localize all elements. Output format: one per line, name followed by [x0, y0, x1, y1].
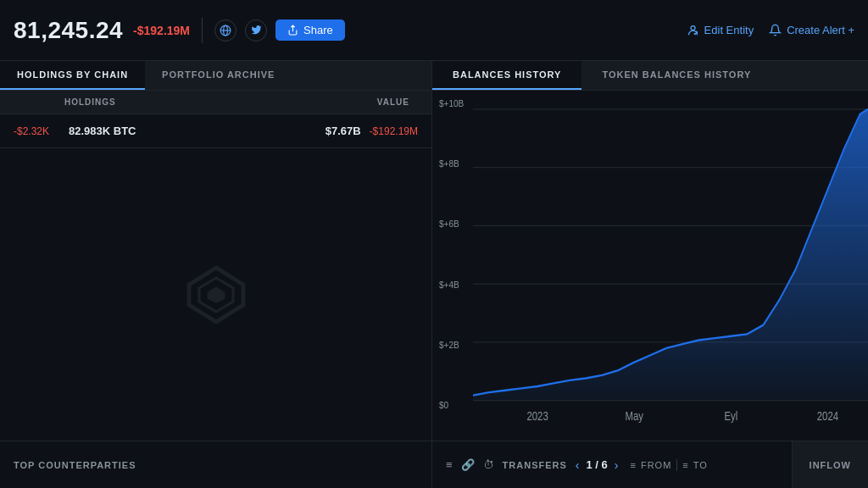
table-header: HOLDINGS VALUE: [0, 91, 431, 114]
left-tabs: HOLDINGS BY CHAIN PORTFOLIO ARCHIVE: [0, 61, 431, 91]
left-panel: HOLDINGS BY CHAIN PORTFOLIO ARCHIVE HOLD…: [0, 61, 432, 488]
y-label-4b: $+4B: [439, 280, 464, 290]
vertical-divider: [202, 18, 203, 43]
svg-text:2023: 2023: [526, 409, 548, 424]
row-value-change: -$192.19M: [370, 125, 418, 137]
inflow-label: INFLOW: [810, 460, 851, 470]
y-label-10b: $+10B: [439, 99, 464, 108]
chart-tabs: BALANCES HISTORY TOKEN BALANCES HISTORY: [432, 61, 868, 91]
y-label-0: $0: [439, 401, 464, 410]
tab-balances-history[interactable]: BALANCES HISTORY: [432, 61, 581, 90]
tab-portfolio-archive[interactable]: PORTFOLIO ARCHIVE: [145, 61, 292, 90]
edit-entity-button[interactable]: Edit Entity: [687, 24, 754, 36]
to-label: TO: [693, 460, 708, 470]
y-axis-labels: $+10B $+8B $+6B $+4B $+2B $0: [439, 99, 464, 410]
filter-icon3[interactable]: ≡: [682, 460, 687, 470]
price-value: 81,245.24: [14, 17, 123, 44]
twitter-icon[interactable]: [245, 19, 267, 42]
top-counterparties-label: TOP COUNTERPARTIES: [0, 441, 431, 488]
col-holdings-header: HOLDINGS: [64, 97, 234, 107]
row-change: -$2.32K: [14, 125, 60, 137]
nav-count: 1 / 6: [587, 458, 608, 471]
price-change: -$192.19M: [133, 24, 190, 37]
tab-token-balances-history[interactable]: TOKEN BALANCES HISTORY: [581, 61, 771, 90]
row-value: $7.67B: [326, 125, 361, 137]
filter-divider2: [676, 459, 677, 471]
share-label: Share: [303, 24, 333, 36]
top-actions: Edit Entity Create Alert +: [687, 24, 854, 36]
logo-watermark: [0, 148, 431, 441]
next-arrow[interactable]: ›: [615, 458, 619, 472]
svg-text:2024: 2024: [817, 409, 838, 424]
transfers-right: INFLOW: [793, 441, 868, 488]
edit-entity-label: Edit Entity: [704, 24, 754, 36]
share-button[interactable]: Share: [275, 19, 345, 41]
filter-icon[interactable]: ≡: [446, 458, 453, 471]
clock-icon[interactable]: ⏱: [483, 458, 494, 471]
from-label: FROM: [641, 460, 671, 470]
globe-icon[interactable]: [214, 19, 236, 42]
prev-arrow[interactable]: ‹: [576, 458, 580, 472]
chart-svg: 2023 May Eyl 2024: [432, 99, 868, 441]
svg-text:May: May: [625, 409, 643, 424]
top-bar: 81,245.24 -$192.19M Share: [0, 0, 868, 61]
create-alert-button[interactable]: Create Alert +: [769, 24, 854, 36]
social-icons: [214, 19, 267, 42]
transfers-nav: ‹ 1 / 6 ›: [576, 458, 619, 472]
y-label-6b: $+6B: [439, 219, 464, 229]
svg-text:Eyl: Eyl: [724, 409, 737, 424]
transfers-left: ≡ 🔗 ⏱ TRANSFERS ‹ 1 / 6 › ≡ FROM ≡: [432, 441, 793, 488]
col-value-header: VALUE: [377, 97, 409, 107]
filter-icon2[interactable]: ≡: [630, 460, 635, 470]
table-row: -$2.32K 82.983K BTC $7.67B -$192.19M: [0, 114, 431, 148]
svg-point-3: [691, 26, 695, 30]
y-label-8b: $+8B: [439, 159, 464, 169]
create-alert-label: Create Alert +: [787, 24, 854, 36]
main-content: HOLDINGS BY CHAIN PORTFOLIO ARCHIVE HOLD…: [0, 61, 868, 488]
tab-holdings-by-chain[interactable]: HOLDINGS BY CHAIN: [0, 61, 145, 90]
row-holdings: 82.983K BTC: [69, 125, 196, 137]
y-label-2b: $+2B: [439, 341, 464, 350]
transfers-row: ≡ 🔗 ⏱ TRANSFERS ‹ 1 / 6 › ≡ FROM ≡: [432, 441, 868, 488]
link-icon[interactable]: 🔗: [461, 458, 475, 471]
chart-area: $+10B $+8B $+6B $+4B $+2B $0: [432, 91, 868, 441]
transfers-label: TRANSFERS: [503, 460, 567, 470]
svg-marker-6: [207, 286, 225, 302]
right-panel: BALANCES HISTORY TOKEN BALANCES HISTORY …: [432, 61, 868, 488]
